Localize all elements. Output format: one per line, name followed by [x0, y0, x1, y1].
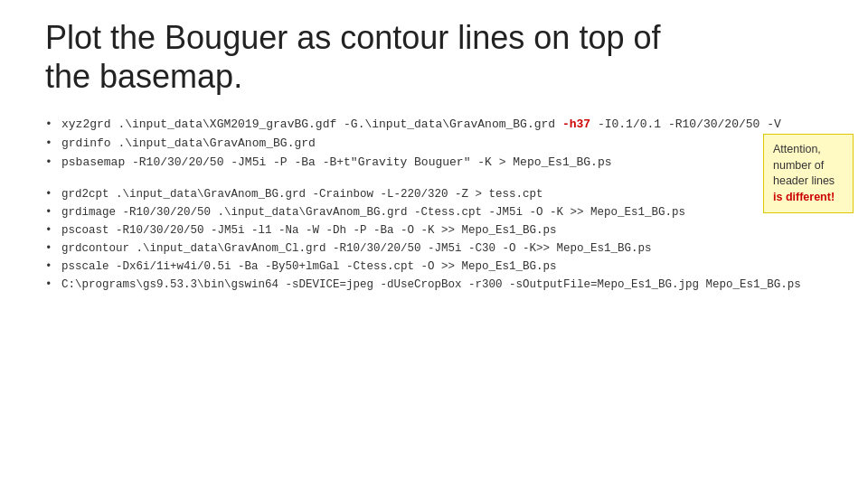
list-item: xyz2grd .\input_data\XGM2019_gravBG.gdf … [45, 116, 832, 135]
first-bullet-section: xyz2grd .\input_data\XGM2019_gravBG.gdf … [45, 116, 832, 293]
main-container: Plot the Bouguer as contour lines on top… [0, 0, 868, 488]
page-title: Plot the Bouguer as contour lines on top… [45, 18, 832, 96]
list-item: pscoast -R10/30/20/50 -JM5i -l1 -Na -W -… [45, 221, 832, 239]
second-bullet-list: grd2cpt .\input_data\GravAnom_BG.grd -Cr… [45, 185, 832, 294]
list-item: psscale -Dx6i/1i+w4i/0.5i -Ba -By50+lmGa… [45, 258, 832, 276]
list-item: psbasemap -R10/30/20/50 -JM5i -P -Ba -B+… [45, 154, 832, 173]
list-item: grdinfo .\input_data\GravAnom_BG.grd [45, 135, 832, 154]
list-item: C:\programs\gs9.53.3\bin\gswin64 -sDEVIC… [45, 276, 832, 294]
list-item: grdcontour .\input_data\GravAnom_Cl.grd … [45, 239, 832, 258]
first-bullet-list: xyz2grd .\input_data\XGM2019_gravBG.gdf … [45, 116, 832, 172]
title-line1: Plot the Bouguer as contour lines on top… [45, 19, 660, 56]
list-item: grd2cpt .\input_data\GravAnom_BG.grd -Cr… [45, 185, 832, 203]
list-item: grdimage -R10/30/20/50 .\input_data\Grav… [45, 203, 832, 221]
title-line2: the basemap. [45, 58, 242, 95]
